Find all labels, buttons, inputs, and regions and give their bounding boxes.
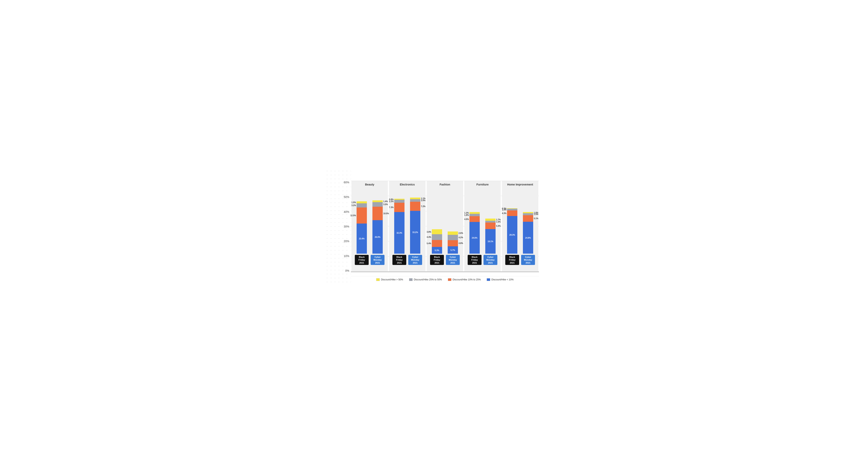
- segment-label: 5.1%: [534, 218, 538, 220]
- bar-group-black: 32.3%7.3%2.2%0.8%Black Friday 2021: [393, 199, 406, 265]
- bar-segment-yellow: 1.1%: [410, 198, 420, 199]
- bars-container: 24.6%4.5%1.9%1.3%Black Friday 202119.1%5…: [464, 188, 501, 265]
- bars-container: 23.4%12.5%3.2%1.5%Black Friday 202126.0%…: [351, 188, 388, 265]
- panel-title: Home Improvement: [507, 183, 533, 186]
- bar-segment-gray: 3.2%: [356, 203, 367, 207]
- segment-label: 7.2%: [421, 205, 426, 207]
- panel-title: Furniture: [476, 183, 489, 186]
- bar-segment-blue: 32.3%: [394, 212, 404, 254]
- y-axis-label: 30%: [341, 225, 351, 228]
- segment-label: 1.7%: [496, 219, 501, 221]
- stacked-bar: 24.6%4.5%1.9%1.3%: [469, 212, 480, 254]
- legend-item: Discount/Hike < 10%: [487, 278, 514, 281]
- segment-label: 0.8%: [389, 198, 394, 200]
- panel-home-improvement: Home Improvement29.3%4.3%1.3%0.3%Black F…: [502, 181, 538, 272]
- bar-segment-gray: 1.9%: [469, 214, 480, 216]
- panel-title: Electronics: [400, 183, 414, 186]
- bar-segment-blue: 24.6%: [469, 222, 480, 254]
- bar-xlabel: Black Friday 2021: [468, 255, 482, 265]
- bar-segment-blue: 29.3%: [507, 216, 517, 254]
- bar-segment-blue: 23.4%: [356, 224, 367, 254]
- segment-label: 3.2%: [351, 204, 356, 206]
- bar-xlabel: Cyber Monday 2021: [521, 255, 535, 265]
- bar-group-blue: 5.7%4.8%4.2%2.6%Cyber Monday 2021: [446, 231, 460, 265]
- bar-segment-gray: 3.5%: [372, 202, 383, 207]
- stacked-bar: 33.2%7.2%2.0%1.1%: [410, 198, 420, 254]
- bar-segment-gray: 2.0%: [410, 199, 420, 202]
- bar-segment-yellow: 0.3%: [507, 208, 517, 209]
- segment-label: 0.3%: [502, 207, 506, 210]
- panel-fashion: Fashion5.3%5.4%4.4%3.8%Black Friday 2021…: [427, 181, 463, 272]
- bar-group-blue: 24.8%5.1%1.5%1.0%Cyber Monday 2021: [521, 212, 535, 265]
- segment-label: 4.4%: [427, 236, 431, 238]
- segment-label: 5.4%: [427, 243, 431, 245]
- y-axis-label: 0%: [341, 269, 351, 272]
- segment-label: 5.3%: [435, 249, 439, 251]
- legend: Discount/Hike > 50%Discount/Hike 25% to …: [351, 276, 539, 281]
- segment-label: 1.4%: [383, 200, 388, 202]
- legend-label: Discount/Hike 25% to 50%: [414, 278, 442, 281]
- bar-segment-gray: 4.2%: [448, 235, 458, 240]
- segment-label: 4.8%: [459, 242, 463, 244]
- segment-label: 5.0%: [496, 225, 501, 227]
- bar-xlabel: Black Friday 2021: [430, 255, 444, 265]
- bar-segment-orange: 7.2%: [410, 202, 420, 211]
- y-axis-label: 60%: [341, 181, 351, 184]
- bar-segment-yellow: 1.3%: [469, 212, 480, 214]
- legend-item: Discount/Hike 25% to 50%: [409, 278, 442, 281]
- legend-item: Discount/Hike > 50%: [376, 278, 403, 281]
- bar-segment-blue: 26.0%: [372, 220, 383, 254]
- segment-label: 24.8%: [525, 236, 531, 239]
- segment-label: 33.2%: [412, 231, 418, 233]
- panel-electronics: Electronics32.3%7.3%2.2%0.8%Black Friday…: [389, 181, 426, 272]
- segment-label: 4.2%: [459, 236, 463, 238]
- legend-color-box: [487, 278, 490, 281]
- bar-xlabel: Black Friday 2021: [505, 255, 519, 265]
- bar-segment-gray: 1.3%: [507, 209, 517, 210]
- legend-color-box: [409, 278, 413, 281]
- bar-xlabel: Cyber Monday 2021: [484, 255, 497, 265]
- y-axis: 0%10%20%30%40%50%60%: [341, 181, 351, 272]
- panels-row: Beauty23.4%12.5%3.2%1.5%Black Friday 202…: [351, 181, 539, 272]
- segment-label: 2.0%: [421, 199, 426, 202]
- segment-label: 1.9%: [464, 214, 469, 216]
- bar-segment-orange: 4.5%: [469, 216, 480, 222]
- stacked-bar: 32.3%7.3%2.2%0.8%: [394, 199, 404, 254]
- bars-container: 29.3%4.3%1.3%0.3%Black Friday 202124.8%5…: [502, 188, 538, 265]
- bar-segment-gray: 2.2%: [394, 200, 404, 202]
- legend-color-box: [376, 278, 380, 281]
- chart-area: 0%10%20%30%40%50%60% Beauty23.4%12.5%3.2…: [341, 181, 539, 281]
- segment-label: 7.3%: [389, 206, 394, 208]
- bar-segment-blue: 5.7%: [448, 246, 458, 254]
- chart-container: 0%10%20%30%40%50%60% Beauty23.4%12.5%3.2…: [325, 169, 543, 285]
- bar-segment-blue: 24.8%: [523, 222, 533, 254]
- panel-beauty: Beauty23.4%12.5%3.2%1.5%Black Friday 202…: [351, 181, 388, 272]
- segment-label: 12.5%: [350, 215, 356, 217]
- bar-xlabel: Black Friday 2021: [355, 255, 369, 265]
- segment-label: 1.5%: [496, 221, 501, 223]
- stacked-bar: 29.3%4.3%1.3%0.3%: [507, 208, 517, 254]
- stacked-bar: 24.8%5.1%1.5%1.0%: [523, 212, 533, 254]
- bar-segment-orange: 10.5%: [372, 207, 383, 220]
- stacked-bar: 5.3%5.4%4.4%3.8%: [432, 229, 442, 254]
- segment-label: 1.5%: [351, 201, 356, 203]
- segment-label: 23.4%: [359, 237, 365, 240]
- segment-label: 26.0%: [375, 236, 380, 238]
- segment-label: 19.1%: [488, 240, 493, 243]
- bar-segment-yellow: 1.0%: [523, 212, 533, 214]
- bar-segment-blue: 33.2%: [410, 211, 420, 254]
- segment-label: 3.5%: [383, 203, 388, 205]
- bar-group-blue: 19.1%5.0%1.5%1.7%Cyber Monday 2021: [484, 219, 497, 265]
- stacked-bar: 26.0%10.5%3.5%1.4%: [372, 200, 383, 254]
- bars-container: 5.3%5.4%4.4%3.8%Black Friday 20215.7%4.8…: [427, 188, 463, 265]
- bar-group-black: 24.6%4.5%1.9%1.3%Black Friday 2021: [468, 212, 482, 265]
- bar-segment-yellow: 1.4%: [372, 200, 383, 202]
- chart-main: Beauty23.4%12.5%3.2%1.5%Black Friday 202…: [351, 181, 539, 281]
- segment-label: 29.3%: [509, 234, 515, 236]
- segment-label: 2.6%: [459, 232, 463, 234]
- panel-title: Fashion: [439, 183, 450, 186]
- segment-label: 1.1%: [421, 197, 426, 199]
- bar-segment-orange: 5.4%: [432, 240, 442, 247]
- bar-segment-blue: 5.3%: [432, 247, 442, 254]
- segment-label: 10.5%: [383, 212, 389, 215]
